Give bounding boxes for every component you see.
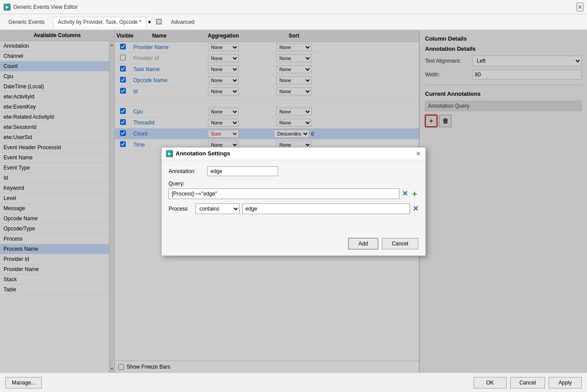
cancel-button[interactable]: Cancel bbox=[510, 377, 545, 388]
modal-buttons: Add Cancel bbox=[169, 234, 418, 249]
toolbar: Generic Events Activity by Provider, Tas… bbox=[0, 14, 587, 30]
apply-button[interactable]: Apply bbox=[549, 377, 582, 388]
tab-activity[interactable]: Activity by Provider, Task, Opcode * bbox=[53, 17, 146, 27]
toolbar-icon: 🖼 bbox=[155, 18, 162, 26]
annotation-settings-modal: ▶ Annotation Settings ✕ Annotation: Quer… bbox=[161, 147, 426, 256]
modal-annotation-input[interactable] bbox=[207, 166, 278, 176]
modal-spacer bbox=[169, 221, 418, 234]
modal-cancel-button[interactable]: Cancel bbox=[382, 238, 418, 249]
modal-title: Annotation Settings bbox=[176, 150, 230, 157]
modal-query-label: Query: bbox=[169, 181, 418, 187]
ok-button[interactable]: OK bbox=[474, 377, 507, 388]
app-icon: ▶ bbox=[4, 4, 11, 11]
manage-button[interactable]: Manage... bbox=[5, 377, 42, 388]
process-contains-select[interactable]: contains equals starts with ends with bbox=[196, 204, 240, 214]
modal-annotation-label: Annotation: bbox=[169, 168, 204, 174]
title-bar-text: Generic Events View Editor bbox=[13, 4, 78, 10]
query-input[interactable] bbox=[169, 188, 399, 199]
modal-body: Annotation: Query: ✕ ＋ Process contains bbox=[162, 160, 425, 256]
modal-close-button[interactable]: ✕ bbox=[416, 150, 421, 157]
query-row: ✕ ＋ bbox=[169, 188, 418, 199]
modal-title-bar: ▶ Annotation Settings ✕ bbox=[162, 147, 425, 160]
query-add-button[interactable]: ＋ bbox=[410, 188, 418, 199]
process-value-input[interactable] bbox=[242, 204, 410, 214]
tab-activity-dropdown[interactable]: ▼ bbox=[147, 19, 152, 25]
modal-annotation-row: Annotation: bbox=[169, 166, 418, 176]
tab-generic-events[interactable]: Generic Events bbox=[4, 17, 49, 27]
window-close-button[interactable]: ✕ bbox=[576, 3, 583, 11]
query-clear-button[interactable]: ✕ bbox=[402, 189, 408, 198]
modal-query-section: Query: ✕ ＋ bbox=[169, 181, 418, 199]
main-container: Available Columns AnnotationChannelCount… bbox=[0, 30, 587, 373]
bottom-bar: Manage... OK Cancel Apply bbox=[0, 373, 587, 392]
title-bar: ▶ Generic Events View Editor ✕ bbox=[0, 0, 587, 14]
modal-icon: ▶ bbox=[166, 150, 173, 157]
process-label: Process bbox=[169, 206, 193, 212]
process-clear-button[interactable]: ✕ bbox=[413, 204, 418, 213]
modal-overlay: ▶ Annotation Settings ✕ Annotation: Quer… bbox=[0, 30, 587, 373]
tab-advanced[interactable]: Advanced bbox=[166, 17, 199, 27]
process-row: Process contains equals starts with ends… bbox=[169, 204, 418, 214]
modal-add-button[interactable]: Add bbox=[348, 238, 378, 249]
